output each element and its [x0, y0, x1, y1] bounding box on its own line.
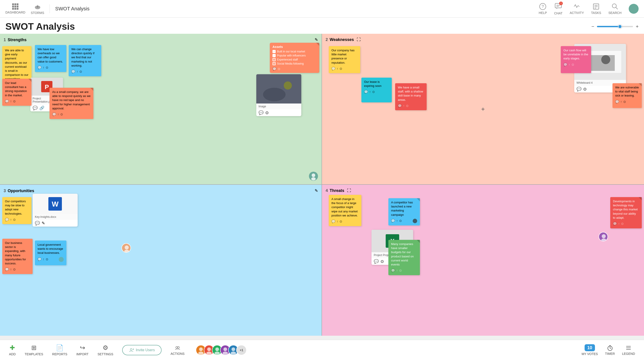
comment-icon[interactable]: 💬 — [374, 259, 379, 264]
link-icon[interactable]: ⊙ — [380, 259, 384, 264]
bottom-toolbar: ✚ ADD ⊞ TEMPLATES 📄 REPORTS ↪ IMPORT ⚙ S… — [0, 340, 644, 360]
zoom-thumb[interactable] — [618, 24, 622, 28]
sticky-note[interactable]: Our lease is expiring soon 💬↑⊙ — [362, 78, 392, 102]
checklist-card[interactable]: Assets Built in our local market Popular… — [270, 43, 319, 73]
svg-text:P: P — [44, 84, 49, 90]
q3-edit-icon[interactable]: ✎ — [314, 188, 318, 193]
import-label: IMPORT — [76, 352, 88, 356]
sticky-note[interactable]: Our company has little market presence o… — [329, 46, 360, 73]
sticky-note[interactable]: Developments in technology may change th… — [610, 197, 642, 228]
checklist-item-text: Social Media following — [277, 62, 304, 65]
sticky-text: As a small company, we are able to respo… — [52, 90, 91, 110]
my-votes-button[interactable]: 10 MY VOTES — [582, 344, 598, 356]
svg-point-12 — [632, 6, 636, 10]
sticky-note[interactable]: Our cash flow will be unreliable in the … — [561, 46, 591, 73]
sticky-note[interactable]: We have low overheads so we can offer go… — [35, 45, 66, 72]
quadrant-strengths: 1 Strengths ✎ We are able to give early … — [0, 34, 322, 185]
activity-nav[interactable]: ACTIVITY — [570, 3, 584, 14]
import-icon: ↪ — [80, 344, 85, 352]
sticky-footer: 💬↑⊙ — [38, 257, 64, 262]
timer-button[interactable]: TIMER — [605, 345, 615, 356]
zoom-minus[interactable]: − — [591, 24, 594, 30]
checklist-item: Experienced staff — [272, 58, 316, 61]
svg-point-27 — [125, 246, 129, 250]
settings-button[interactable]: ⚙ SETTINGS — [98, 344, 113, 356]
sticky-text: Developments in technology may change th… — [613, 200, 638, 220]
floating-user-avatar — [598, 232, 608, 242]
svg-point-44 — [224, 348, 227, 351]
nav-page-title: SWOT Analysis — [55, 6, 89, 12]
sticky-text: Local government wants to encourage loca… — [38, 243, 63, 254]
svg-point-20 — [311, 177, 316, 180]
sticky-note[interactable]: A competitor has launched a new marketin… — [388, 198, 420, 226]
sticky-text: We can change direction quickly if we fi… — [71, 48, 94, 67]
link-icon[interactable]: ✎ — [42, 221, 45, 226]
q4-num: 4 — [326, 188, 328, 193]
sticky-footer: 💬↑⊙ — [391, 268, 417, 273]
svg-point-42 — [215, 348, 219, 351]
sticky-note[interactable]: We are vulnerable to vital staff being s… — [612, 83, 642, 108]
sticky-note[interactable]: A small change in the focus of a large c… — [329, 195, 362, 226]
checkbox[interactable] — [272, 50, 276, 53]
storms-nav[interactable]: STORMS — [31, 3, 44, 14]
avatar-more[interactable]: +1 — [236, 345, 246, 355]
q2-expand-icon[interactable]: ⛶ — [357, 37, 361, 42]
link-icon[interactable]: ⊙ — [265, 110, 269, 115]
q1-edit-icon[interactable]: ✎ — [314, 37, 318, 42]
import-button[interactable]: ↪ IMPORT — [76, 344, 88, 356]
comment-icon[interactable]: 💬 — [258, 110, 264, 115]
svg-point-17 — [284, 82, 292, 90]
user-avatar[interactable] — [629, 4, 638, 14]
dashboard-nav[interactable]: DASHBOARD — [6, 4, 26, 14]
search-nav[interactable]: SEARCH — [608, 3, 622, 14]
comment-icon[interactable]: 💬 — [35, 221, 40, 226]
corner-fold — [90, 88, 94, 91]
sticky-note[interactable]: We have a small staff, with a shallow sk… — [395, 83, 427, 110]
zoom-plus[interactable]: + — [636, 24, 638, 30]
help-nav[interactable]: ? HELP — [539, 3, 547, 14]
link-icon[interactable]: 🔗 — [40, 106, 44, 110]
file-card-photo[interactable]: Image 💬 ⊙ — [256, 74, 301, 116]
file-card-controls: 💬 ✎ — [33, 220, 78, 226]
file-card-image: W — [33, 194, 78, 214]
q4-expand-icon[interactable]: ⛶ — [347, 188, 351, 193]
sticky-footer: 💬↑⊙ — [613, 222, 639, 226]
sticky-note[interactable]: We can change direction quickly if we fi… — [69, 45, 101, 76]
reports-button[interactable]: 📄 REPORTS — [52, 344, 67, 356]
search-icon — [611, 3, 618, 10]
chat-nav[interactable]: 1 CHAT — [554, 2, 562, 15]
comment-icon[interactable]: 💬 — [33, 106, 38, 110]
checklist-item: Built in our local market — [272, 50, 316, 53]
chat-label: CHAT — [554, 12, 562, 15]
link-icon[interactable]: ⊙ — [583, 86, 586, 92]
actions-icon — [174, 345, 181, 351]
actions-button[interactable]: ACTIONS — [170, 345, 184, 356]
templates-button[interactable]: ⊞ TEMPLATES — [25, 344, 43, 356]
sticky-footer: 💬↑⊙ — [5, 218, 29, 222]
zoom-slider-track[interactable] — [597, 26, 633, 27]
add-item-plus[interactable]: + — [481, 106, 485, 113]
sticky-note[interactable]: Our business sector is expanding, with m… — [2, 239, 33, 274]
checkbox[interactable] — [272, 58, 276, 61]
svg-line-11 — [616, 8, 618, 9]
sticky-text: Our lead consultant has a strong reputat… — [5, 81, 27, 97]
sticky-note[interactable]: As a small company, we are able to respo… — [50, 88, 94, 119]
sticky-note[interactable]: Local government wants to encourage loca… — [35, 240, 66, 265]
sticky-note[interactable]: Many companies have smaller budgets for … — [388, 240, 420, 275]
legend-button[interactable]: LEGEND — [622, 345, 635, 356]
svg-point-31 — [602, 234, 606, 238]
sticky-note[interactable]: Our competitors may be slow to adopt new… — [2, 197, 32, 224]
avatar-more-count: +1 — [240, 348, 243, 352]
checkbox[interactable] — [272, 62, 276, 65]
svg-point-32 — [601, 238, 606, 242]
sticky-footer: 💬↑⊙ — [38, 66, 64, 70]
invite-users-button[interactable]: Invite Users — [122, 345, 161, 355]
add-button[interactable]: ✚ ADD — [9, 344, 16, 356]
q4-label: Threats — [330, 188, 344, 193]
corner-fold — [28, 79, 32, 82]
sticky-note[interactable]: Our lead consultant has a strong reputat… — [2, 79, 32, 106]
comment-icon[interactable]: 💬 — [576, 86, 582, 92]
file-card-word[interactable]: W Key-Insights.docx 💬 ✎ — [33, 194, 78, 226]
tasks-nav[interactable]: TASKS — [591, 3, 601, 14]
checkbox[interactable] — [272, 54, 276, 57]
